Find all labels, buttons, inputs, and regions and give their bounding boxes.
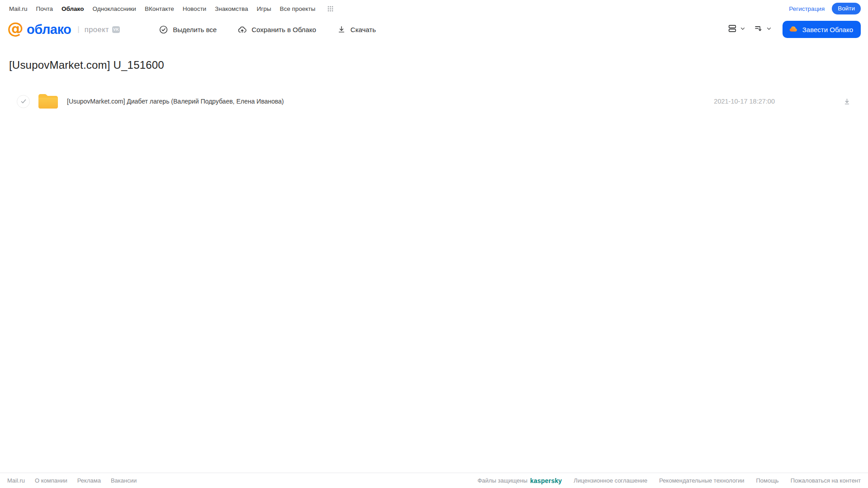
list-view-icon [727,24,737,35]
project-label: проект [85,25,109,34]
topnav-link-oblako[interactable]: Облако [62,5,84,12]
page-title: [UsupovMarket.com] U_151600 [9,59,868,71]
files-protected-label: Файлы защищены [478,477,527,484]
main-content: [UsupovMarket.com] U_151600 [0,59,868,114]
file-checkbox[interactable] [17,95,30,108]
footer-link-about[interactable]: О компании [35,477,67,484]
file-list: [UsupovMarket.com] Диабет лагерь (Валери… [0,89,868,114]
chevron-down-icon [740,25,746,33]
footer-left-links: Mail.ru О компании Реклама Вакансии [7,477,137,484]
topnav-link-igry[interactable]: Игры [257,5,271,12]
page-footer: Mail.ru О компании Реклама Вакансии Файл… [0,473,868,488]
folder-icon [38,93,59,109]
save-to-cloud-button[interactable]: Сохранить в Облако [237,25,316,34]
portal-auth: Регистрация Войти [789,3,861,14]
portal-topnav: Mail.ru Почта Облако Одноклассники ВКонт… [0,0,868,15]
file-download-button[interactable] [843,97,851,106]
check-icon [20,98,27,104]
download-icon [337,25,346,34]
login-button[interactable]: Войти [832,3,861,14]
file-row[interactable]: [UsupovMarket.com] Диабет лагерь (Валери… [0,89,868,114]
topnav-link-vkontakte[interactable]: ВКонтакте [145,5,174,12]
cloud-icon [788,24,798,35]
kaspersky-logo[interactable]: kaspersky [530,477,562,484]
select-all-button[interactable]: Выделить все [159,25,217,34]
check-circle-icon [159,25,168,34]
sort-icon [754,24,764,35]
header-right-controls: Завести Облако [727,21,861,38]
view-mode-button[interactable] [727,24,746,35]
cloud-header: @ облако | проект VK Выделить все [0,16,868,43]
file-name[interactable]: [UsupovMarket.com] Диабет лагерь (Валери… [67,98,284,105]
footer-link-ads[interactable]: Реклама [77,477,101,484]
toolbar-actions: Выделить все Сохранить в Облако Скачат [159,25,376,34]
vk-badge-icon: VK [112,26,120,33]
download-button[interactable]: Скачать [337,25,376,34]
footer-right-links: Файлы защищены kaspersky Лицензионное со… [478,477,861,484]
download-label: Скачать [351,26,376,33]
file-download-icon [843,97,851,106]
topnav-link-pochta[interactable]: Почта [36,5,53,12]
footer-link-license[interactable]: Лицензионное соглашение [574,477,647,484]
topnav-link-znakomstva[interactable]: Знакомства [215,5,248,12]
files-protected: Файлы защищены kaspersky [478,477,562,484]
chevron-down-icon [766,25,772,33]
oblako-logo-text: облако [27,23,71,36]
footer-link-recommendations[interactable]: Рекомендательные технологии [659,477,744,484]
file-date: 2021-10-17 18:27:00 [714,98,775,105]
topnav-link-novosti[interactable]: Новости [183,5,206,12]
topnav-link-mailru[interactable]: Mail.ru [9,5,28,12]
topnav-link-vse-proekty[interactable]: Все проекты [280,5,315,12]
select-all-label: Выделить все [173,26,217,33]
cloud-logo[interactable]: @ облако | проект VK [7,21,120,38]
create-cloud-label: Завести Облако [802,26,853,33]
footer-link-report[interactable]: Пожаловаться на контент [791,477,861,484]
apps-grid-icon[interactable] [327,6,333,12]
save-to-cloud-label: Сохранить в Облако [251,26,316,33]
create-cloud-button[interactable]: Завести Облако [783,21,861,38]
topnav-link-odnoklassniki[interactable]: Одноклассники [92,5,136,12]
footer-link-jobs[interactable]: Вакансии [111,477,137,484]
mailru-at-icon: @ [7,20,24,37]
registration-link[interactable]: Регистрация [789,5,825,12]
footer-link-help[interactable]: Помощь [756,477,778,484]
portal-links: Mail.ru Почта Облако Одноклассники ВКонт… [9,5,333,12]
logo-divider: | [77,25,79,34]
cloud-upload-icon [237,25,247,34]
sort-button[interactable] [754,24,772,35]
footer-link-mailru[interactable]: Mail.ru [7,477,25,484]
